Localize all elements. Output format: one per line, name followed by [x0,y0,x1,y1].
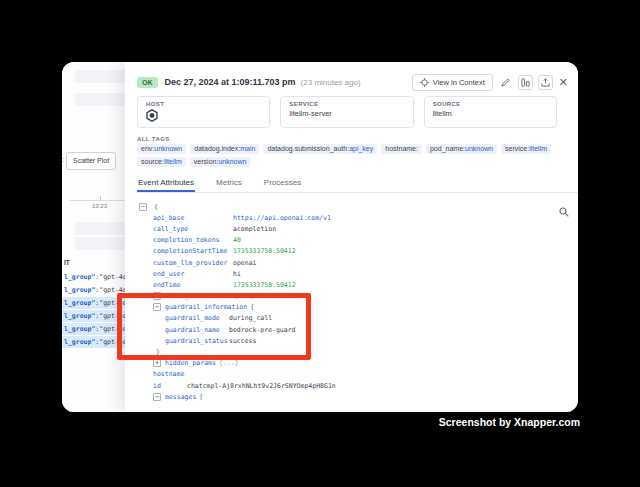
list-item[interactable]: l_group":"gpt-4o [62,284,125,296]
button-group-fragment: : [62,156,64,163]
tag-key: datadog.index: [194,145,240,152]
brace-token: [ [199,393,203,401]
view-in-context-button[interactable]: View in Context [412,74,493,91]
brace-token: { [154,203,158,211]
attribute-key: endTime [153,281,233,289]
attribute-key: id [153,382,187,390]
screenshot-stage: : Scatter Plot 13:23 IT l_group":"gpt-4o… [0,0,640,487]
attribute-key: completion_tokens [153,236,233,244]
tag-key: pod_name: [430,145,465,152]
attribute-row: end_userhi [137,268,568,279]
attribute-row: custom_llm_provideropenai [137,257,568,268]
tag-pill[interactable]: service:litellm [501,144,551,154]
tag-value: unknown [465,145,493,152]
export-icon [541,78,550,87]
attribute-value: 1735333750.50412 [233,247,296,255]
info-box-host: HOST [137,96,270,128]
relative-time: (23 minutes ago) [301,78,361,87]
attribute-value: hi [233,270,241,278]
tag-key: version: [194,158,219,165]
attribute-row: endTime1735333750.50412 [137,279,568,290]
axis-tick-label: 13:23 [92,203,107,209]
attribute-row: −messages[ [137,391,568,402]
search-icon [559,207,569,217]
tag-pill[interactable]: version:unknown [190,157,251,167]
collapse-icon[interactable]: − [139,203,147,211]
tag-key: service: [505,145,529,152]
list-item[interactable]: l_group":"gpt-4o [62,271,125,283]
background-row [75,70,125,83]
attribute-key: end_user [153,270,233,278]
tag-pill[interactable]: datadog.submission_auth:api_key [263,144,377,154]
background-row [75,237,125,250]
attribute-key: hidden_params [165,359,216,367]
info-box-source: SOURCElitellm [424,96,557,128]
list-item-key: l_group" [64,286,95,294]
info-box-label: SERVICE [289,101,404,107]
raw-data-button[interactable] [518,75,533,90]
tag-pill[interactable]: source:litellm [137,157,186,167]
status-badge: OK [137,77,158,88]
info-box-value: litellm-server [289,109,404,118]
export-button[interactable] [538,75,553,90]
info-box-value: litellm [433,109,548,118]
search-attributes-button[interactable] [559,203,569,221]
attribute-key: messages [165,393,196,401]
attribute-row: −{ [137,201,568,212]
attribute-key: completionStartTime [153,247,233,255]
axis-tick-mark [100,196,101,200]
list-item-key: l_group" [64,338,95,346]
attribute-row: api_basehttps://api.openai.com/v1 [137,212,568,223]
list-item[interactable]: l_group":"gpt-4o [62,297,125,309]
list-item-value: :"gpt-4o [95,273,125,281]
highlight-annotation-box [117,293,311,360]
scatter-plot-button[interactable]: Scatter Plot [66,152,116,170]
chart-x-axis [69,200,125,201]
attribute-key: api_base [153,214,233,222]
tab-event-attributes[interactable]: Event Attributes [137,176,195,192]
tag-value: litellm [529,145,547,152]
tags-list: env:unknowndatadog.index:maindatadog.sub… [137,144,564,167]
attribute-value: chatcmpl-Aj8rxhNLht9v2J6rSNYOmp4pH8G1n [187,382,336,390]
attribute-row: idchatcmpl-Aj8rxhNLht9v2J6rSNYOmp4pH8G1n [137,380,568,391]
pencil-icon [501,78,510,87]
list-item-key: l_group" [64,299,95,307]
host-service-source-row: HOSTSERVICElitellm-serverSOURCElitellm [137,96,557,128]
attribute-row: completion_tokens40 [137,235,568,246]
collapse-icon[interactable]: − [153,393,161,401]
attribute-row: completionStartTime1735333750.50412 [137,246,568,257]
close-icon[interactable]: ✕ [559,76,568,89]
background-row [75,93,125,106]
attribute-value: acompletion [233,225,276,233]
crosshair-icon [420,78,429,87]
list-item[interactable]: l_group":"gpt-4o [62,336,125,348]
info-box-label: SOURCE [433,101,548,107]
expand-icon[interactable]: + [153,359,161,367]
all-tags-label: ALL TAGS [137,136,170,142]
tag-value: unknown [218,158,246,165]
tag-value: unknown [154,145,182,152]
tab-processes[interactable]: Processes [263,176,302,192]
host-hexagon-icon [146,108,261,126]
attribute-value[interactable]: https://api.openai.com/v1 [233,214,331,222]
event-header: OK Dec 27, 2024 at 1:09:11.703 pm (23 mi… [137,72,568,92]
tab-metrics[interactable]: Metrics [215,176,243,192]
tag-pill[interactable]: env:unknown [137,144,186,154]
tag-pill[interactable]: pod_name:unknown [426,144,497,154]
list-item[interactable]: l_group":"gpt-4o [62,323,125,335]
attribute-key: hostname [153,370,187,378]
tag-pill[interactable]: hostname: [381,144,422,154]
attribute-row: hostname [137,369,568,380]
list-item[interactable]: l_group":"gpt-4o [62,310,125,322]
edit-button[interactable] [498,75,513,90]
tag-key: hostname: [385,145,418,152]
tag-value: main [240,145,255,152]
info-box-service: SERVICElitellm-server [280,96,413,128]
tag-pill[interactable]: datadog.index:main [190,144,259,154]
raw-data-icon [521,78,530,87]
background-row [75,222,125,235]
list-item-key: l_group" [64,325,95,333]
tag-key: env: [141,145,154,152]
tag-value: litellm [164,158,182,165]
event-timestamp: Dec 27, 2024 at 1:09:11.703 pm [165,77,296,87]
